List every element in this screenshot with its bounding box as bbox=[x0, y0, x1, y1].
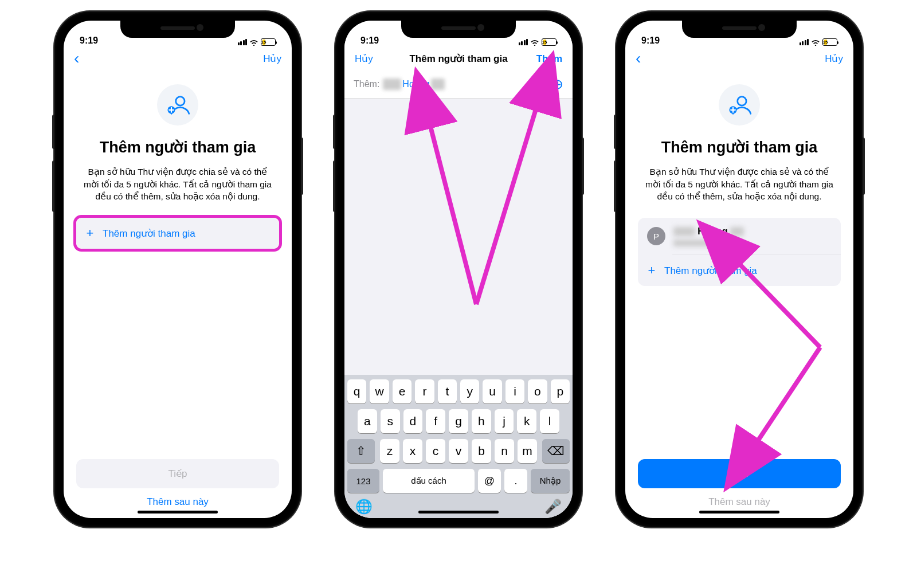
key-c[interactable]: c bbox=[426, 439, 445, 463]
numbers-key[interactable]: 123 bbox=[347, 469, 379, 493]
later-button: Thêm sau này bbox=[638, 496, 841, 508]
at-key[interactable]: @ bbox=[478, 469, 501, 493]
page-title: Thêm người tham gia bbox=[638, 138, 841, 156]
page-title: Thêm người tham gia bbox=[76, 138, 279, 156]
key-o[interactable]: o bbox=[528, 379, 547, 403]
key-k[interactable]: k bbox=[517, 409, 536, 433]
key-g[interactable]: g bbox=[449, 409, 468, 433]
signal-icon bbox=[800, 39, 809, 45]
key-l[interactable]: l bbox=[540, 409, 559, 433]
participant-row[interactable]: P Hoang bbox=[638, 218, 841, 254]
add-participant-label: Thêm người tham gia bbox=[664, 265, 757, 277]
svg-point-0 bbox=[176, 97, 185, 105]
key-z[interactable]: z bbox=[380, 439, 399, 463]
key-j[interactable]: j bbox=[495, 409, 514, 433]
key-t[interactable]: t bbox=[438, 379, 457, 403]
page-desc: Bạn sở hữu Thư viện được chia sẻ và có t… bbox=[638, 166, 841, 203]
globe-key[interactable]: 🌐 bbox=[355, 499, 373, 515]
cancel-button[interactable]: Hủy bbox=[825, 53, 843, 65]
plus-icon: + bbox=[85, 226, 95, 241]
svg-point-2 bbox=[738, 97, 746, 105]
add-participant-row[interactable]: + Thêm người tham gia bbox=[76, 218, 279, 249]
add-person-hero-icon bbox=[157, 84, 198, 126]
key-a[interactable]: a bbox=[358, 409, 377, 433]
key-i[interactable]: i bbox=[505, 379, 524, 403]
key-x[interactable]: x bbox=[403, 439, 422, 463]
add-contact-icon[interactable]: ⊕ bbox=[552, 76, 563, 92]
cancel-button[interactable]: Hủy bbox=[263, 53, 281, 65]
status-time: 9:19 bbox=[641, 36, 660, 46]
key-e[interactable]: e bbox=[393, 379, 412, 403]
cancel-button[interactable]: Hủy bbox=[355, 53, 373, 65]
key-v[interactable]: v bbox=[449, 439, 468, 463]
key-d[interactable]: d bbox=[403, 409, 423, 433]
wifi-icon bbox=[249, 39, 258, 46]
nav-bar: ‹ Hủy bbox=[625, 47, 853, 70]
status-time: 9:19 bbox=[80, 36, 98, 46]
battery-icon: 15 bbox=[261, 38, 276, 46]
add-person-hero-icon bbox=[719, 84, 760, 126]
key-r[interactable]: r bbox=[415, 379, 434, 403]
key-u[interactable]: u bbox=[483, 379, 501, 403]
status-time: 9:19 bbox=[360, 36, 379, 46]
mic-key[interactable]: 🎤 bbox=[544, 499, 562, 515]
backspace-key[interactable]: ⌫ bbox=[542, 439, 570, 463]
key-b[interactable]: b bbox=[472, 439, 491, 463]
phone-2: 9:19 15 Hủy Thêm người tham gia Thêm Thê… bbox=[335, 11, 582, 527]
key-h[interactable]: h bbox=[472, 409, 491, 433]
add-participant-label: Thêm người tham gia bbox=[103, 228, 195, 240]
redacted-text bbox=[673, 227, 695, 236]
signal-icon bbox=[519, 39, 528, 45]
key-n[interactable]: n bbox=[495, 439, 514, 463]
avatar: P bbox=[647, 227, 665, 245]
add-participant-row[interactable]: + Thêm người tham gia bbox=[638, 255, 841, 286]
plus-icon: + bbox=[647, 263, 656, 278]
redacted-text bbox=[383, 79, 401, 90]
home-indicator[interactable] bbox=[138, 511, 218, 513]
nav-bar: ‹ Hủy bbox=[64, 47, 292, 70]
key-y[interactable]: y bbox=[460, 379, 479, 403]
key-s[interactable]: s bbox=[381, 409, 400, 433]
battery-icon: 15 bbox=[542, 38, 557, 46]
key-f[interactable]: f bbox=[426, 409, 445, 433]
key-p[interactable]: p bbox=[551, 379, 570, 403]
page-desc: Bạn sở hữu Thư viện được chia sẻ và có t… bbox=[76, 166, 279, 203]
next-button[interactable]: Tiếp bbox=[638, 459, 841, 488]
dot-key[interactable]: . bbox=[504, 469, 527, 493]
battery-icon: 15 bbox=[822, 38, 837, 46]
redacted-text bbox=[431, 79, 445, 90]
signal-icon bbox=[238, 39, 248, 45]
key-q[interactable]: q bbox=[347, 379, 366, 403]
nav-title: Thêm người tham gia bbox=[409, 53, 507, 65]
back-button[interactable]: ‹ bbox=[74, 54, 79, 64]
recipient-field[interactable]: Thêm: Hoang ⊕ bbox=[344, 70, 573, 99]
later-button[interactable]: Thêm sau này bbox=[76, 496, 279, 508]
participant-name: Hoang bbox=[697, 226, 728, 237]
phone-3: 9:19 15 ‹ Hủy Thêm người tham gia Bạn sở… bbox=[616, 11, 863, 527]
home-indicator[interactable] bbox=[699, 511, 779, 513]
recipient-name: Hoang bbox=[402, 79, 429, 89]
space-key[interactable]: dấu cách bbox=[383, 469, 475, 493]
key-w[interactable]: w bbox=[370, 379, 389, 403]
shift-key[interactable]: ⇧ bbox=[347, 439, 375, 463]
keyboard[interactable]: qwertyuiop asdfghjkl ⇧ zxcvbnm ⌫ 123 dấu… bbox=[344, 375, 573, 518]
nav-bar: Hủy Thêm người tham gia Thêm bbox=[344, 47, 573, 70]
key-m[interactable]: m bbox=[518, 439, 537, 463]
return-key[interactable]: Nhập bbox=[531, 469, 570, 493]
add-button[interactable]: Thêm bbox=[536, 53, 562, 65]
phone-1: 9:19 15 ‹ Hủy Thêm người tham gia Bạn sở… bbox=[54, 11, 301, 527]
redacted-text bbox=[730, 227, 744, 236]
redacted-text bbox=[673, 240, 714, 246]
annotation-highlight: + Thêm người tham gia bbox=[73, 215, 282, 252]
recipient-label: Thêm: bbox=[354, 79, 379, 89]
wifi-icon bbox=[811, 39, 820, 46]
next-button: Tiếp bbox=[76, 459, 279, 488]
back-button[interactable]: ‹ bbox=[636, 54, 641, 64]
home-indicator[interactable] bbox=[418, 511, 499, 513]
wifi-icon bbox=[530, 39, 539, 46]
